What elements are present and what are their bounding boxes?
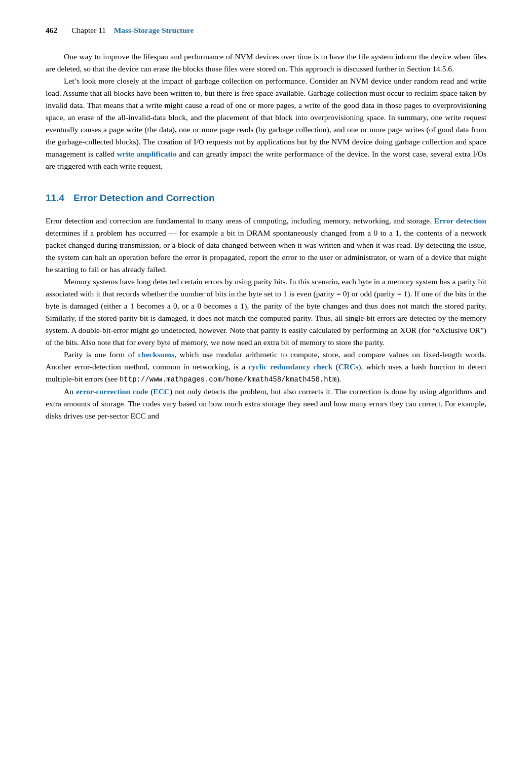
error-correction-code-link[interactable]: error-correction code [76,387,148,396]
page-number: 462 [46,24,57,36]
write-amplification-link[interactable]: write amplificatio [117,149,176,158]
error-detection-link[interactable]: Error detection [434,216,486,225]
section-title: Error Detection and Correction [73,191,215,205]
chapter-title-text: Mass-Storage Structure [114,26,194,34]
paragraph-4: Memory systems have long detected certai… [46,276,486,349]
paragraph-6: An error-correction code (ECC) not only … [46,386,486,422]
crc-url[interactable]: http://www.mathpages.com/home/kmath458/k… [120,375,336,384]
paragraph-5: Parity is one form of checksums, which u… [46,349,486,386]
paragraph-1: One way to improve the lifespan and perf… [46,51,486,75]
cyclic-redundancy-check-link[interactable]: cyclic redundancy check [248,362,332,371]
page: 462 Chapter 11 Mass-Storage Structure On… [0,0,532,760]
section-number: 11.4 [46,191,64,205]
checksums-link[interactable]: checksums [138,350,174,359]
section-heading-11-4: 11.4 Error Detection and Correction [46,191,486,205]
chapter-label-text: Chapter 11 [71,26,106,34]
page-header: 462 Chapter 11 Mass-Storage Structure [46,24,486,36]
paragraph-3: Error detection and correction are funda… [46,215,486,276]
crcs-link[interactable]: CRCs [338,362,359,371]
ecc-link[interactable]: ECC [153,387,170,396]
chapter-label: Chapter 11 Mass-Storage Structure [71,24,194,36]
section-11-4-body: Error detection and correction are funda… [46,215,486,422]
paragraph-2: Let’s look more closely at the impact of… [46,75,486,172]
